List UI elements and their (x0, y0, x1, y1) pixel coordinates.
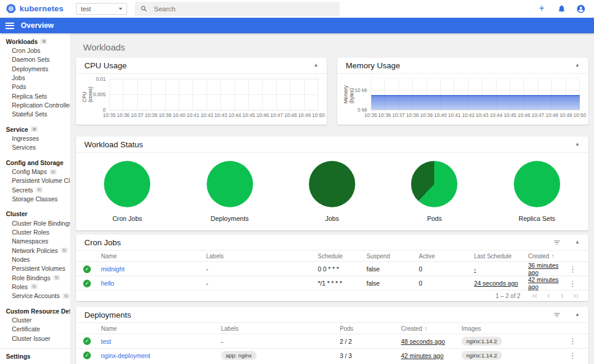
sidebar-item-cron-jobs[interactable]: Cron Jobs (0, 46, 70, 55)
sidebar-section-custom-resource-definitions: Custom Resource DefinitionsClusterCertif… (0, 306, 70, 343)
notifications-button[interactable] (555, 3, 567, 15)
sidebar-item-settings[interactable]: Settings (0, 350, 70, 363)
menu-hamburger-icon[interactable] (5, 23, 14, 29)
cell-labels: - (206, 280, 318, 287)
sidebar-item-jobs[interactable]: Jobs (0, 73, 70, 82)
sidebar-item-network-policies[interactable]: Network PoliciesN (0, 246, 70, 255)
x-tick-label: 10:35 (103, 112, 115, 118)
collapse-icon[interactable]: ▲ (575, 63, 580, 68)
status-ok-icon: ✓ (83, 352, 91, 359)
sidebar-item-cluster-role-bindings[interactable]: Cluster Role Bindings (0, 219, 70, 227)
sidebar-item-label: Deployments (12, 65, 48, 72)
x-tick-label: 10:49 (298, 112, 311, 118)
first-page-button[interactable] (531, 292, 539, 300)
pie-label: Cron Jobs (112, 215, 142, 222)
deployment-link[interactable]: nginx-deployment (101, 352, 221, 359)
search-input[interactable] (154, 5, 334, 12)
create-resource-button[interactable]: + (536, 3, 548, 15)
filter-button[interactable] (553, 311, 561, 319)
kubernetes-dashboard: kubernetes test + Overview WorkloadsNCro… (0, 0, 594, 364)
column-pods[interactable]: Pods (340, 325, 401, 332)
sidebar-item-persistent-volumes[interactable]: Persistent Volumes (0, 264, 70, 273)
previous-page-button[interactable] (545, 292, 552, 300)
cell-images: nginx:1.14.2 (462, 351, 565, 360)
sidebar-item-replica-sets[interactable]: Replica Sets (0, 91, 70, 100)
column-suspend[interactable]: Suspend (366, 253, 419, 259)
sidebar-item-label: Service Accounts (12, 292, 60, 299)
namespace-selected-value: test (81, 5, 91, 12)
filter-button[interactable] (553, 239, 561, 246)
column-labels[interactable]: Labels (221, 325, 340, 332)
namespaced-badge: N (50, 169, 56, 175)
sidebar-section-header-workloads[interactable]: WorkloadsN (0, 37, 70, 46)
x-tick-label: 10:36 (117, 112, 129, 118)
sidebar-section-header-service[interactable]: ServiceN (0, 125, 70, 134)
sidebar-item-cluster-issuer[interactable]: Cluster Issuer (0, 334, 70, 343)
sidebar-section-header-custom-resource-definitions[interactable]: Custom Resource Definitions (0, 306, 70, 316)
last-page-button[interactable] (572, 292, 580, 300)
row-menu-button[interactable]: ⋮ (565, 265, 580, 274)
sidebar-section-header-cluster[interactable]: Cluster (0, 210, 70, 219)
column-created[interactable]: Created ↑ (401, 325, 462, 332)
sidebar-item-storage-classes[interactable]: Storage Classes (0, 194, 70, 203)
column-last-schedule[interactable]: Last Schedule (474, 253, 528, 259)
column-schedule[interactable]: Schedule (318, 253, 366, 259)
user-account-button[interactable] (575, 3, 587, 15)
collapse-icon[interactable]: ▲ (314, 63, 318, 68)
x-tick-label: 10:37 (392, 112, 405, 118)
row-menu-button[interactable]: ⋮ (565, 279, 580, 288)
column-name[interactable]: Name (101, 253, 206, 259)
sidebar-item-daemon-sets[interactable]: Daemon Sets (0, 55, 70, 64)
collapse-icon[interactable]: ▲ (575, 312, 580, 317)
sidebar-item-certificate[interactable]: Certificate (0, 325, 70, 334)
sidebar-item-replication-controllers[interactable]: Replication Controllers (0, 100, 70, 109)
sidebar-item-namespaces[interactable]: Namespaces (0, 237, 70, 246)
sidebar-item-pods[interactable]: Pods (0, 83, 70, 91)
sidebar-item-label: Services (12, 144, 36, 151)
sidebar-item-nodes[interactable]: Nodes (0, 255, 70, 264)
column-name[interactable]: Name (101, 325, 221, 332)
next-page-button[interactable] (558, 292, 566, 300)
sidebar-item-secrets[interactable]: SecretsN (0, 185, 70, 194)
kubernetes-logo[interactable]: kubernetes (0, 4, 70, 14)
row-menu-button[interactable]: ⋮ (565, 351, 580, 360)
workload-status-pies: Cron JobsDeploymentsJobsPodsReplica Sets (76, 153, 588, 222)
status-ok-icon: ✓ (83, 337, 91, 345)
cron-job-link[interactable]: midnight (101, 265, 206, 273)
column-active[interactable]: Active (419, 253, 474, 259)
cell-last-schedule: - (474, 265, 528, 273)
sidebar-item-label: Certificate (12, 325, 40, 333)
sidebar-item-ingresses[interactable]: Ingresses (0, 134, 70, 143)
sidebar-item-cluster[interactable]: Cluster (0, 315, 70, 324)
namespace-selector[interactable]: test (76, 3, 127, 15)
cell-suspend: false (366, 265, 419, 273)
image-chip: nginx:1.14.2 (462, 337, 502, 346)
sidebar-item-stateful-sets[interactable]: Stateful Sets (0, 110, 70, 119)
sidebar-item-service-accounts[interactable]: Service AccountsN (0, 292, 70, 300)
sidebar-item-role-bindings[interactable]: Role BindingsN (0, 273, 70, 282)
sidebar-item-persistent-volume-claims[interactable]: Persistent Volume ClaimsN (0, 176, 70, 185)
sidebar-section-service: ServiceNIngressesServices (0, 125, 70, 152)
x-tick-label: 10:46 (256, 112, 268, 118)
row-menu-button[interactable]: ⋮ (565, 337, 580, 346)
x-tick-label: 10:39 (420, 112, 432, 118)
cron-job-link[interactable]: hello (101, 280, 206, 287)
cell-active: 0 (419, 280, 474, 287)
collapse-icon[interactable]: ▲ (575, 142, 580, 147)
sidebar-item-label: Config Maps (12, 168, 47, 175)
column-created[interactable]: Created ↑ (528, 253, 565, 259)
sidebar-item-config-maps[interactable]: Config MapsN (0, 167, 70, 176)
sidebar-item-services[interactable]: Services (0, 143, 70, 152)
x-tick-label: 10:45 (504, 112, 516, 118)
column-labels[interactable]: Labels (206, 253, 318, 259)
sidebar-section-header-config-and-storage[interactable]: Config and Storage (0, 158, 70, 167)
x-tick-label: 10:49 (560, 112, 572, 118)
sidebar-item-deployments[interactable]: Deployments (0, 64, 70, 73)
sidebar-section-label: Workloads (6, 38, 37, 45)
sidebar-item-roles[interactable]: RolesN (0, 282, 70, 291)
collapse-icon[interactable]: ▲ (575, 240, 580, 245)
sidebar-item-cluster-roles[interactable]: Cluster Roles (0, 227, 70, 236)
column-images[interactable]: Images (462, 325, 565, 332)
deployment-link[interactable]: test (101, 338, 221, 345)
cpu-usage-card: CPU Usage ▲ CPU (cores) 0.01 0.005 0 10:… (76, 58, 327, 125)
